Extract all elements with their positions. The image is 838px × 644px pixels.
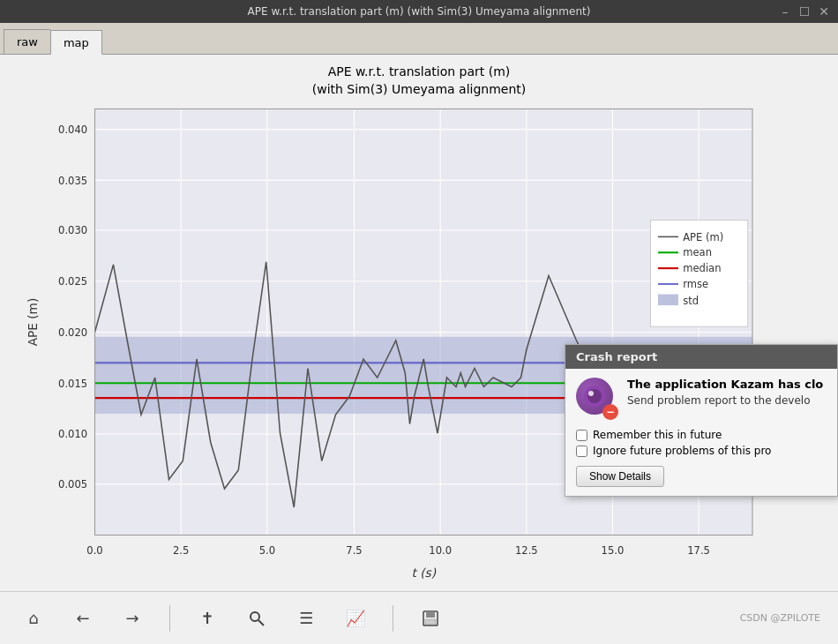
remember-checkbox[interactable]	[576, 430, 587, 441]
y-tick-label: 0.010	[58, 428, 87, 440]
maximize-icon[interactable]: ☐	[797, 4, 812, 19]
kazam-logo	[582, 384, 607, 408]
x-axis-label: t (s)	[412, 565, 437, 580]
back-button[interactable]: ←	[67, 603, 99, 634]
legend-std-rect	[658, 295, 678, 306]
toolbar-sep-2	[393, 605, 393, 632]
tab-raw[interactable]: raw	[4, 29, 50, 54]
ignore-checkbox-row: Ignore future problems of this pro	[576, 445, 827, 457]
svg-point-0	[251, 612, 259, 621]
crash-actions: Show Details	[576, 466, 827, 487]
crash-text: The application Kazam has clo Send probl…	[627, 378, 827, 407]
show-details-button[interactable]: Show Details	[576, 466, 664, 487]
settings-button[interactable]: ☰	[290, 603, 322, 634]
watermark: CSDN @ZPILOTE	[740, 612, 820, 624]
chart-title: APE w.r.t. translation part (m) (with Si…	[9, 64, 829, 98]
zoom-icon	[248, 610, 266, 627]
window-controls: – ☐ ✕	[778, 4, 831, 19]
tab-map[interactable]: map	[50, 30, 102, 55]
pan-button[interactable]: ✝	[191, 603, 223, 634]
y-tick-label: 0.025	[58, 275, 87, 288]
zoom-button[interactable]	[241, 603, 273, 634]
legend-ape-label: APE (m)	[683, 231, 723, 243]
y-tick-label: 0.015	[58, 378, 87, 390]
svg-rect-3	[426, 611, 435, 618]
x-tick-label: 2.5	[173, 544, 189, 557]
save-button[interactable]	[415, 603, 446, 634]
forward-button[interactable]: →	[116, 603, 148, 634]
x-tick-label: 15.0	[602, 544, 625, 557]
x-tick-label: 12.5	[515, 544, 538, 557]
y-tick-label: 0.030	[58, 224, 87, 236]
save-icon	[422, 610, 439, 627]
y-tick-label: 0.040	[58, 124, 87, 136]
chart-container: APE w.r.t. translation part (m) (with Si…	[9, 64, 829, 582]
home-button[interactable]: ⌂	[18, 603, 49, 634]
legend-median-label: median	[683, 262, 721, 274]
svg-point-7	[588, 391, 594, 396]
crash-app-row: − The application Kazam has clo Send pro…	[576, 378, 827, 420]
ignore-checkbox[interactable]	[576, 446, 587, 457]
x-tick-label: 0.0	[86, 544, 102, 557]
y-tick-label: 0.020	[58, 326, 87, 339]
chart-svg: 0.040 0.035 0.030 0.025 0.020 0.015 0.01…	[9, 100, 829, 581]
toolbar-sep-1	[169, 605, 170, 632]
crash-report-dialog: Crash report − The application Kazam has…	[565, 344, 838, 497]
tab-bar: raw map	[0, 23, 838, 55]
toolbar: ⌂ ← → ✝ ☰ 📈 CSDN @ZPILOTE	[0, 591, 838, 644]
crash-report-body: − The application Kazam has clo Send pro…	[565, 369, 837, 496]
crash-app-title: The application Kazam has clo	[627, 378, 827, 391]
y-axis-label: APE (m)	[26, 298, 40, 346]
y-tick-label: 0.005	[58, 478, 87, 490]
svg-line-1	[258, 620, 264, 625]
main-content: APE w.r.t. translation part (m) (with Si…	[0, 55, 838, 591]
legend-mean-label: mean	[683, 247, 712, 259]
svg-point-6	[587, 389, 602, 403]
remember-checkbox-row: Remember this in future	[576, 429, 827, 441]
remember-label: Remember this in future	[593, 429, 722, 441]
minimize-icon[interactable]: –	[778, 4, 792, 19]
svg-rect-4	[425, 619, 436, 625]
x-tick-label: 10.0	[429, 544, 452, 557]
x-tick-label: 5.0	[259, 544, 275, 557]
crash-send-text: Send problem report to the develo	[627, 394, 827, 407]
x-tick-label: 7.5	[346, 544, 362, 557]
legend-rmse-label: rmse	[683, 278, 708, 290]
close-icon[interactable]: ✕	[817, 4, 831, 19]
y-tick-label: 0.035	[58, 175, 87, 187]
x-tick-label: 17.5	[687, 544, 710, 557]
signal-button[interactable]: 📈	[340, 603, 371, 634]
crash-report-header: Crash report	[565, 345, 837, 369]
crash-badge-icon: −	[602, 404, 618, 420]
crash-app-icon: −	[576, 378, 618, 420]
title-bar: APE w.r.t. translation part (m) (with Si…	[0, 0, 838, 23]
ignore-label: Ignore future problems of this pro	[593, 445, 771, 457]
legend-std-label: std	[683, 295, 699, 307]
chart-svg-wrapper: 0.040 0.035 0.030 0.025 0.020 0.015 0.01…	[9, 100, 829, 581]
window-title: APE w.r.t. translation part (m) (with Si…	[248, 5, 591, 18]
